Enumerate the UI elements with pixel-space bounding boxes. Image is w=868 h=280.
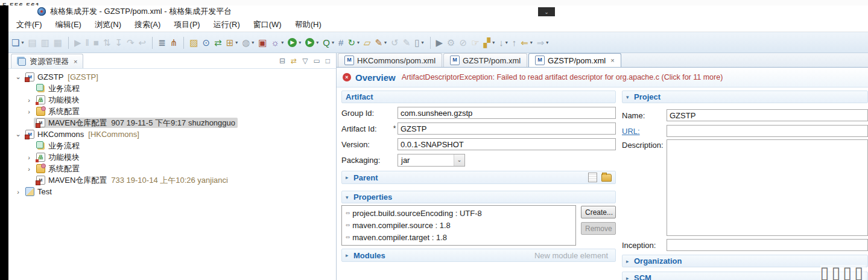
error-icon[interactable]: ×	[343, 73, 351, 81]
minimize-icon[interactable]: ▭	[313, 57, 320, 65]
version-input[interactable]	[398, 138, 616, 150]
tree-item-gzstp-maven-repo[interactable]: MAVEN仓库配置907 19-11-5 下午9:17 shuzhongguo	[8, 117, 336, 129]
tree-item-gzstp-business-process[interactable]: 业务流程	[8, 83, 336, 94]
property-item[interactable]: ‹▫›maven.compiler.target : 1.8	[342, 231, 575, 243]
tree-item-label: 业务流程	[48, 141, 80, 151]
create-button[interactable]: Create...	[581, 206, 616, 218]
menu-item-3[interactable]: 搜索(A)	[128, 18, 167, 32]
expander-icon[interactable]: ⌄	[13, 73, 23, 81]
group-id-row: Group Id:	[341, 106, 616, 119]
dropdown-caret-icon: ▾	[357, 40, 360, 45]
tree-item-hkcommons-maven-repo[interactable]: MAVEN仓库配置733 19-10-14 上午10:26 yanjianci	[8, 174, 336, 186]
tree-item-gzstp-maven-repo-content[interactable]: MAVEN仓库配置907 19-11-5 下午9:17 shuzhongguo	[34, 118, 238, 128]
tree-item-hkcommons-system-config[interactable]: ›系统配置	[8, 163, 336, 174]
web-service-button[interactable]: #	[337, 36, 345, 50]
tree-item-hkcommons-business-process[interactable]: 业务流程	[8, 140, 336, 151]
expander-icon[interactable]: ⌄	[13, 130, 23, 138]
call-hierarchy-button[interactable]: ⋔	[168, 36, 180, 50]
tree-item-hkcommons-business-process-content[interactable]: 业务流程	[34, 141, 82, 151]
prev-annotation-button[interactable]: ↑	[510, 36, 519, 50]
expander-icon[interactable]: ›	[24, 165, 34, 173]
tree-item-hkcommons[interactable]: ⌄HKCommons[HKCommons]	[8, 129, 336, 140]
close-icon[interactable]: ×	[610, 57, 614, 64]
overview-error-message[interactable]: ArtifactDescriptorException: Failed to r…	[402, 73, 723, 81]
expander-icon[interactable]: ›	[24, 108, 34, 115]
section-parent-header[interactable]: ▸ Parent	[341, 171, 616, 184]
launch-button[interactable]: ✎▾	[373, 36, 389, 50]
new-wizard-button[interactable]: ❏▾	[10, 36, 25, 50]
close-icon[interactable]: ×	[74, 58, 77, 65]
play-button[interactable]: ▶	[434, 36, 445, 50]
menu-item-1[interactable]: 编辑(E)	[49, 18, 88, 32]
section-modules-header[interactable]: ▸ Modules New module element	[341, 249, 616, 262]
collapse-all-icon[interactable]: ⊟	[279, 57, 285, 65]
open-resource-button[interactable]: ▨	[188, 36, 200, 50]
forward-button[interactable]: ⇒▾	[535, 36, 551, 50]
browser-button[interactable]: ◍▾	[240, 36, 256, 50]
editor-tab-0[interactable]: MHKCommons/pom.xml	[338, 53, 442, 67]
properties-list[interactable]: ‹▫›project.build.sourceEncoding : UTF-8‹…	[341, 205, 576, 246]
secure-run-button[interactable]: Q▾	[321, 36, 336, 50]
device-button[interactable]: ▯▾	[413, 36, 425, 50]
maximize-icon[interactable]: □	[326, 57, 330, 65]
expander-icon[interactable]: ›	[24, 154, 34, 161]
menu-item-0[interactable]: 文件(F)	[10, 18, 49, 32]
tree-item-gzstp[interactable]: ⌄GZSTP[GZSTP]	[8, 71, 336, 83]
external-tools-button[interactable]: ☼▾	[270, 36, 286, 50]
url-link[interactable]: URL:	[622, 127, 640, 136]
import-export-button[interactable]: ⇄	[212, 36, 224, 50]
tree-item-gzstp-function-module-content[interactable]: 功能模块	[34, 95, 82, 105]
editor-tab-2[interactable]: MGZSTP/pom.xml×	[528, 53, 621, 67]
back-button[interactable]: ⇐▾	[519, 36, 534, 50]
refresh-button[interactable]: ↻▾	[346, 36, 361, 50]
description-textarea[interactable]	[667, 139, 868, 236]
next-annotation-button[interactable]: ↓▾	[497, 36, 510, 50]
menu-item-4[interactable]: 项目(P)	[167, 18, 206, 32]
menu-item-2[interactable]: 浏览(N)	[88, 18, 128, 32]
artifact-id-label: Artifact Id:	[341, 124, 391, 133]
open-parent-pom-icon[interactable]	[601, 174, 612, 182]
tree-item-test-content[interactable]: Test	[23, 186, 54, 197]
menu-item-5[interactable]: 运行(R)	[207, 18, 247, 32]
open-folder-button[interactable]: ▱	[362, 36, 373, 50]
expander-icon[interactable]: ›	[13, 188, 23, 196]
annotate-button[interactable]: ▞▾	[482, 36, 497, 50]
repository-button[interactable]: ▣	[256, 36, 268, 50]
inception-input[interactable]	[667, 239, 868, 251]
url-input[interactable]	[667, 125, 868, 137]
tree-item-hkcommons-content[interactable]: HKCommons[HKCommons]	[23, 129, 142, 139]
tree-item-gzstp-function-module[interactable]: ›功能模块	[8, 94, 336, 106]
view-menu-icon[interactable]: ▽	[302, 57, 308, 65]
tree-item-gzstp-business-process-content[interactable]: 业务流程	[34, 83, 82, 94]
tree-item-gzstp-content[interactable]: GZSTP[GZSTP]	[23, 72, 101, 82]
filters-button[interactable]: ≣	[156, 36, 168, 50]
tree-item-hkcommons-maven-repo-content[interactable]: MAVEN仓库配置733 19-10-14 上午10:26 yanjianci	[34, 175, 230, 185]
menu-item-7[interactable]: 帮助(H)	[288, 18, 328, 32]
overlay-dropdown-button[interactable]: ⌄	[538, 7, 555, 16]
section-properties-header[interactable]: ▾ Properties	[341, 191, 616, 203]
run-history-button[interactable]: ▶▾	[303, 36, 320, 50]
tree-item-hkcommons-function-module[interactable]: ›功能模块	[8, 151, 336, 163]
select-parent-icon[interactable]	[588, 173, 597, 182]
artifact-id-input[interactable]	[398, 122, 616, 135]
editor-tab-1[interactable]: MGZSTP/pom.xml	[443, 53, 527, 67]
section-project-header[interactable]: ▾ Project	[622, 91, 868, 103]
tree-item-hkcommons-system-config-content[interactable]: 系统配置	[34, 164, 82, 174]
menu-item-6[interactable]: 窗口(W)	[247, 18, 288, 32]
property-item[interactable]: ‹▫›maven.compiler.source : 1.8	[342, 219, 575, 231]
name-input[interactable]	[667, 109, 868, 121]
tree-item-hkcommons-function-module-content[interactable]: 功能模块	[34, 152, 82, 162]
tree-item-gzstp-system-config-content[interactable]: 系统配置	[34, 106, 82, 116]
expander-icon[interactable]: ›	[24, 97, 34, 104]
link-with-editor-icon[interactable]: ⇄	[291, 57, 297, 65]
tree-item-gzstp-system-config[interactable]: ›系统配置	[8, 106, 336, 117]
new-folder-button[interactable]: ⊞▾	[224, 36, 240, 50]
artifact-id-row: Artifact Id: *	[341, 122, 616, 135]
run-button[interactable]: ▶▾	[286, 36, 303, 50]
group-id-input[interactable]	[398, 107, 616, 119]
property-item[interactable]: ‹▫›project.build.sourceEncoding : UTF-8	[342, 207, 575, 219]
packaging-select[interactable]: jar ⌄	[398, 154, 465, 167]
tree-item-test[interactable]: ›Test	[8, 186, 336, 197]
search-button[interactable]: ⊙	[201, 36, 212, 50]
explorer-view-tab[interactable]: 资源管理器 ×	[11, 54, 83, 68]
